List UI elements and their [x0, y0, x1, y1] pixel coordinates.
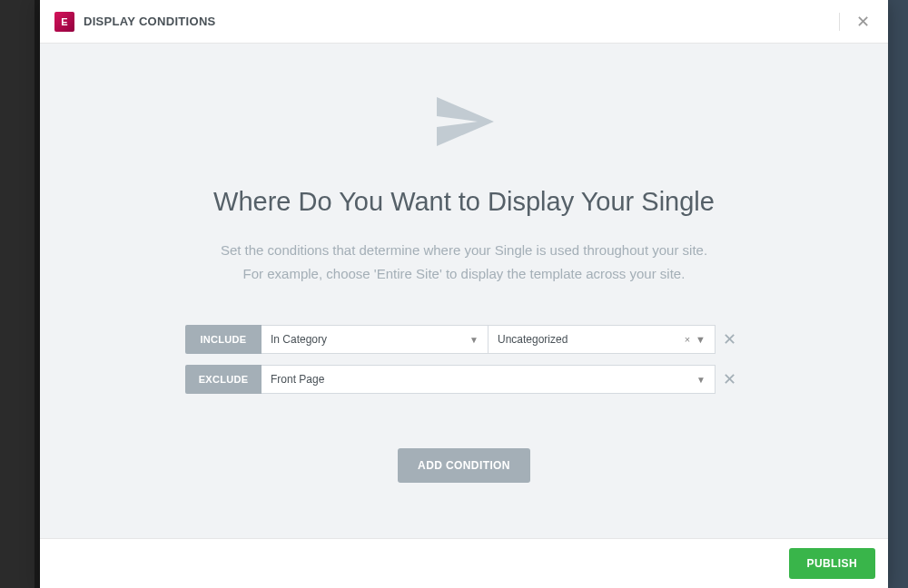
conditions-list: INCLUDE In Category ▼ Uncategorized × ▼ …: [185, 325, 743, 394]
header-divider: [839, 13, 840, 31]
publish-button[interactable]: PUBLISH: [789, 548, 875, 579]
select-value: Front Page: [271, 373, 324, 386]
sub-text: Set the conditions that determine where …: [221, 239, 707, 285]
add-condition-button[interactable]: ADD CONDITION: [398, 448, 530, 483]
select-actions: × ▼: [685, 334, 706, 345]
condition-secondary-select[interactable]: Uncategorized × ▼: [489, 325, 716, 354]
condition-type-label[interactable]: INCLUDE: [185, 325, 262, 354]
chevron-down-icon: ▼: [696, 334, 706, 345]
subtext-line-1: Set the conditions that determine where …: [221, 242, 707, 258]
modal-header: E DISPLAY CONDITIONS ✕: [40, 0, 888, 44]
elementor-logo-icon: E: [54, 12, 74, 32]
modal-body: Where Do You Want to Display Your Single…: [40, 44, 888, 538]
delete-row-icon[interactable]: ✕: [716, 325, 743, 354]
condition-primary-select[interactable]: Front Page ▼: [262, 365, 716, 394]
background-right-panel: [888, 0, 908, 588]
display-conditions-modal: E DISPLAY CONDITIONS ✕ Where Do You Want…: [40, 0, 888, 588]
modal-title: DISPLAY CONDITIONS: [84, 15, 216, 28]
condition-type-label[interactable]: EXCLUDE: [185, 365, 262, 394]
condition-row-include: INCLUDE In Category ▼ Uncategorized × ▼ …: [185, 325, 743, 354]
close-area: ✕: [839, 10, 873, 34]
subtext-line-2: For example, choose 'Entire Site' to dis…: [243, 266, 686, 281]
chevron-down-icon: ▼: [696, 375, 706, 385]
select-value: In Category: [271, 333, 327, 346]
clear-selection-icon[interactable]: ×: [685, 334, 690, 345]
background-sidebar: [0, 0, 35, 588]
main-heading: Where Do You Want to Display Your Single: [213, 187, 715, 217]
close-icon[interactable]: ✕: [853, 10, 873, 34]
condition-primary-select[interactable]: In Category ▼: [262, 325, 489, 354]
chevron-down-icon: ▼: [469, 335, 479, 345]
modal-footer: PUBLISH: [40, 538, 888, 588]
select-value: Uncategorized: [498, 333, 568, 346]
paper-plane-icon: [431, 89, 497, 158]
condition-row-exclude: EXCLUDE Front Page ▼ ✕: [185, 365, 743, 394]
delete-row-icon[interactable]: ✕: [716, 365, 743, 394]
